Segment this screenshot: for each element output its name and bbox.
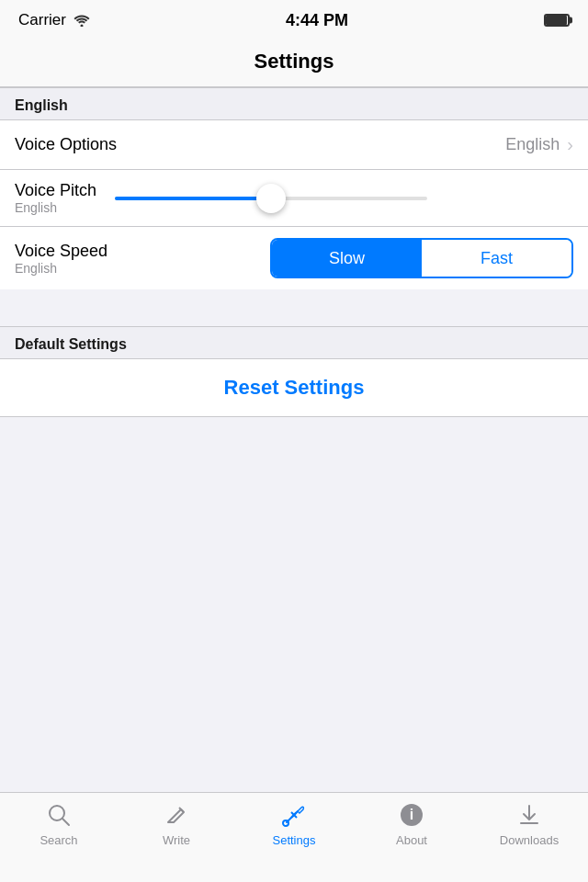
- voice-speed-label: Voice Speed: [15, 242, 107, 261]
- tab-search[interactable]: Search: [0, 800, 118, 847]
- slider-thumb[interactable]: [256, 184, 286, 213]
- slider-fill: [115, 197, 271, 200]
- status-left: Carrier: [18, 11, 90, 29]
- voice-options-label-group: Voice Options: [15, 135, 117, 154]
- tab-write-label: Write: [163, 833, 190, 847]
- tab-about-label: About: [396, 833, 427, 847]
- svg-point-0: [80, 25, 83, 28]
- status-bar: Carrier 4:44 PM: [0, 0, 588, 40]
- voice-pitch-row: Voice Pitch English: [0, 170, 588, 227]
- voice-pitch-label-group: Voice Pitch English: [15, 181, 96, 215]
- section-header-english: English: [0, 87, 588, 120]
- voice-speed-sublabel: English: [15, 261, 107, 276]
- page-title: Settings: [254, 50, 334, 73]
- section-header-default: Default Settings: [0, 326, 588, 359]
- chevron-right-icon: ›: [567, 134, 573, 155]
- voice-pitch-slider-container[interactable]: [115, 197, 573, 200]
- voice-pitch-label: Voice Pitch: [15, 181, 96, 200]
- reset-settings-button[interactable]: Reset Settings: [224, 376, 365, 399]
- english-section-table: Voice Options English › Voice Pitch Engl…: [0, 120, 588, 289]
- svg-text:i: i: [410, 807, 413, 822]
- voice-speed-segmented[interactable]: Slow Fast: [270, 238, 573, 278]
- voice-options-value: English: [505, 135, 560, 154]
- search-icon: [44, 800, 74, 830]
- tab-settings-label: Settings: [273, 833, 316, 847]
- settings-icon: [279, 800, 309, 830]
- about-icon: i: [397, 800, 426, 830]
- voice-speed-right: Slow Fast: [270, 238, 573, 278]
- voice-options-right: English ›: [505, 134, 573, 155]
- tab-bar: Search Write Settings: [0, 792, 588, 882]
- default-section-table: Reset Settings: [0, 359, 588, 417]
- slider-track[interactable]: [115, 197, 427, 200]
- tab-search-label: Search: [40, 833, 77, 847]
- seg-slow[interactable]: Slow: [272, 240, 422, 277]
- tab-about[interactable]: i About: [353, 800, 470, 847]
- voice-speed-label-group: Voice Speed English: [15, 242, 107, 276]
- svg-rect-8: [520, 822, 538, 824]
- voice-pitch-sublabel: English: [15, 200, 96, 215]
- write-icon: [162, 800, 191, 830]
- seg-fast[interactable]: Fast: [422, 240, 571, 277]
- tab-downloads-label: Downloads: [500, 833, 559, 847]
- tab-settings[interactable]: Settings: [235, 800, 353, 847]
- spacing-1: [0, 289, 588, 326]
- voice-options-label: Voice Options: [15, 135, 117, 154]
- tab-downloads[interactable]: Downloads: [470, 800, 588, 847]
- status-time: 4:44 PM: [286, 11, 348, 30]
- svg-point-3: [283, 820, 288, 826]
- svg-line-2: [62, 819, 69, 825]
- nav-bar: Settings: [0, 40, 588, 87]
- tab-write[interactable]: Write: [118, 800, 235, 847]
- downloads-icon: [514, 800, 544, 830]
- voice-options-row[interactable]: Voice Options English ›: [0, 120, 588, 170]
- wifi-icon: [74, 14, 90, 27]
- reset-settings-row[interactable]: Reset Settings: [0, 359, 588, 417]
- battery-icon: [544, 14, 570, 27]
- status-right: [544, 14, 570, 27]
- carrier-label: Carrier: [18, 11, 66, 29]
- voice-speed-row: Voice Speed English Slow Fast: [0, 227, 588, 289]
